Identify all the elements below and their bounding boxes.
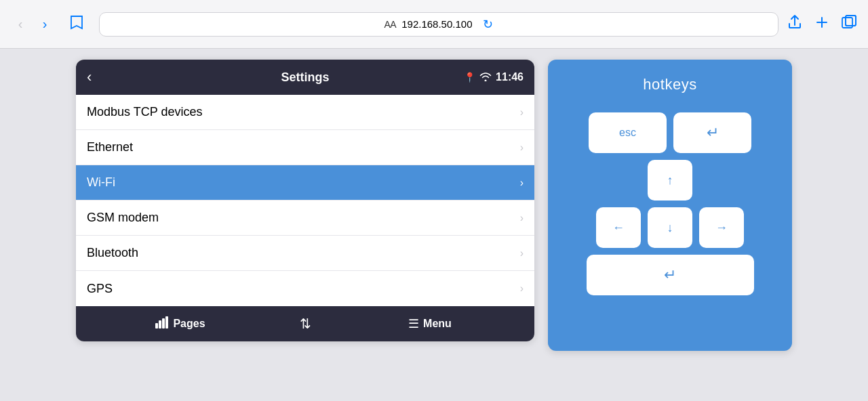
updown-icon: ⇅ [300,316,311,332]
back-nav-button[interactable]: ‹ [87,68,92,86]
menu-item-label: GPS [87,282,113,296]
arrow-up-button[interactable]: ↑ [648,160,692,200]
chevron-right-icon: › [520,177,524,189]
arrow-up-icon: ↑ [667,173,673,188]
enter-icon: ↵ [707,124,719,142]
menu-item-ethernet[interactable]: Ethernet › [76,130,534,165]
bottom-bar: Pages ⇅ ☰ Menu [76,306,534,341]
device-panel: ‹ Settings 📍 11:46 Modbus TCP devices › [76,60,534,341]
bookmarks-button[interactable] [68,14,85,35]
menu-icon: ☰ [408,316,419,331]
tabs-button[interactable] [841,14,857,35]
add-tab-button[interactable] [814,14,830,35]
location-icon: 📍 [464,72,475,83]
hotkeys-row-2: ↑ [648,160,692,200]
browser-actions [787,14,857,35]
menu-item-gsm[interactable]: GSM modem › [76,200,534,236]
chevron-right-icon: › [520,142,524,154]
nav-up-down-button[interactable]: ⇅ [285,306,326,341]
menu-item-label: Modbus TCP devices [87,105,202,119]
refresh-button[interactable]: ↻ [483,17,493,32]
share-button[interactable] [787,14,803,35]
status-bar: ‹ Settings 📍 11:46 [76,60,534,95]
pages-icon [155,316,169,331]
menu-item-label: GSM modem [87,211,159,225]
menu-item-modbus[interactable]: Modbus TCP devices › [76,95,534,130]
svg-rect-5 [162,318,165,329]
svg-rect-3 [155,323,158,329]
status-right: 📍 11:46 [464,71,524,83]
chevron-right-icon: › [520,282,524,295]
arrow-down-button[interactable]: ↓ [648,207,692,248]
browser-chrome: ‹ › AA 192.168.50.100 ↻ [0,0,868,49]
chevron-right-icon: › [520,106,524,119]
svg-rect-4 [159,320,161,329]
hotkeys-title: hotkeys [643,76,696,93]
menu-list: Modbus TCP devices › Ethernet › Wi-Fi › … [76,95,534,306]
aa-label: AA [384,19,397,30]
svg-rect-6 [165,316,168,329]
page-title: Settings [281,70,329,85]
enter-button-top[interactable]: ↵ [673,112,751,153]
arrow-right-icon: → [715,221,728,235]
arrow-left-button[interactable]: ← [596,207,641,248]
status-time: 11:46 [496,71,524,83]
menu-item-gps[interactable]: GPS › [76,271,534,306]
menu-item-bluetooth[interactable]: Bluetooth › [76,236,534,271]
menu-item-label: Bluetooth [87,246,138,260]
address-bar[interactable]: AA 192.168.50.100 ↻ [99,12,778,37]
chevron-right-icon: › [520,212,524,224]
menu-item-wifi[interactable]: Wi-Fi › [76,165,534,200]
content-area: ‹ Settings 📍 11:46 Modbus TCP devices › [0,49,868,401]
pages-button[interactable]: Pages [76,306,285,341]
menu-button[interactable]: ☰ Menu [326,306,534,341]
arrow-right-button[interactable]: → [699,207,744,248]
hotkeys-grid: esc ↵ ↑ ← ↓ → [561,112,778,295]
address-text: 192.168.50.100 [401,18,472,30]
wifi-icon [479,72,492,83]
esc-button[interactable]: esc [589,112,667,153]
arrow-down-icon: ↓ [667,221,673,235]
back-button[interactable]: ‹ [11,15,30,34]
hotkeys-panel: hotkeys esc ↵ ↑ ← [548,60,792,351]
enter-wide-icon: ↵ [664,266,676,284]
chevron-right-icon: › [520,247,524,259]
esc-label: esc [619,127,636,139]
menu-item-label: Wi-Fi [87,175,115,190]
enter-button-bottom[interactable]: ↵ [587,255,754,295]
arrow-left-icon: ← [612,221,625,235]
menu-item-label: Ethernet [87,140,133,154]
hotkeys-row-1: esc ↵ [589,112,751,153]
pages-label: Pages [173,318,205,330]
browser-nav: ‹ › [11,15,54,34]
hotkeys-row-3: ← ↓ → [596,207,744,248]
forward-button[interactable]: › [35,15,54,34]
hotkeys-row-4: ↵ [587,255,754,295]
menu-label: Menu [423,318,452,330]
